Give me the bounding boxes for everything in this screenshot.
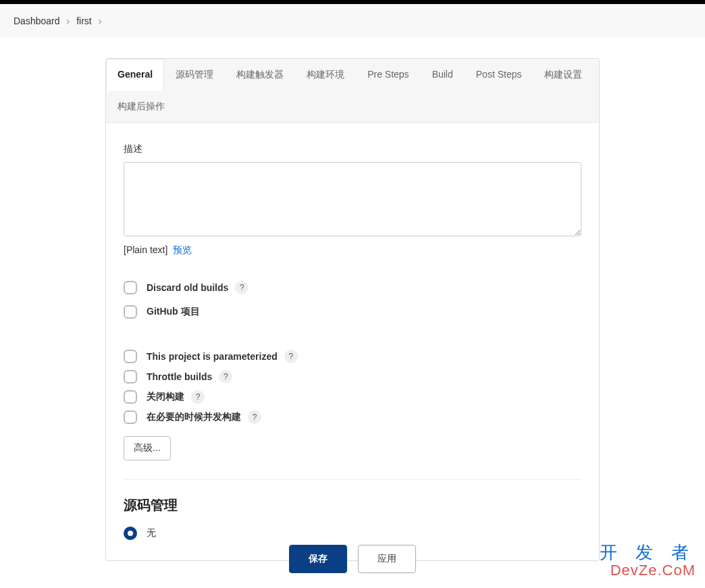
- checkbox-label: 在必要的时候并发构建: [147, 411, 241, 423]
- checkbox-label: Throttle builds: [147, 371, 212, 382]
- option-github-project: GitHub 项目: [124, 305, 581, 319]
- tab-build-settings[interactable]: 构建设置: [533, 59, 594, 91]
- checkbox-label: GitHub 项目: [147, 306, 200, 318]
- checkbox-github-project[interactable]: [124, 305, 137, 319]
- section-divider: [124, 479, 581, 480]
- radio-label: 无: [147, 527, 156, 539]
- chevron-right-icon: ›: [99, 16, 102, 26]
- checkbox-concurrent-build[interactable]: [124, 410, 137, 424]
- breadcrumb-item-first[interactable]: first: [74, 16, 95, 26]
- chevron-right-icon: ›: [67, 16, 70, 26]
- checkbox-label: 关闭构建: [147, 391, 184, 403]
- tab-build-triggers[interactable]: 构建触发器: [225, 59, 295, 91]
- checkbox-parameterized[interactable]: [124, 350, 137, 363]
- preview-link[interactable]: 预览: [173, 244, 192, 255]
- tab-build-environment[interactable]: 构建环境: [295, 59, 356, 91]
- tab-general[interactable]: General: [106, 59, 164, 91]
- tab-build[interactable]: Build: [421, 59, 465, 91]
- checkbox-label: This project is parameterized: [147, 351, 278, 362]
- help-icon[interactable]: ?: [191, 390, 205, 404]
- radio-scm-none[interactable]: [124, 527, 137, 540]
- help-icon[interactable]: ?: [284, 350, 298, 363]
- checkbox-disable-build[interactable]: [124, 390, 137, 404]
- scm-section-title: 源码管理: [124, 496, 581, 514]
- breadcrumb: Dashboard › first ›: [0, 4, 705, 38]
- config-tabs: General 源码管理 构建触发器 构建环境 Pre Steps Build …: [106, 59, 599, 123]
- apply-button[interactable]: 应用: [358, 545, 416, 573]
- description-textarea[interactable]: [124, 162, 581, 236]
- help-icon[interactable]: ?: [219, 370, 232, 383]
- checkbox-throttle-builds[interactable]: [124, 370, 137, 383]
- tab-post-build-actions[interactable]: 构建后操作: [106, 90, 176, 123]
- option-disable-build: 关闭构建 ?: [124, 390, 581, 404]
- scm-option-none: 无: [124, 527, 581, 540]
- format-label: [Plain text]: [124, 244, 167, 255]
- option-concurrent-build: 在必要的时候并发构建 ?: [124, 410, 581, 424]
- option-discard-old-builds: Discard old builds ?: [124, 281, 581, 294]
- save-button[interactable]: 保存: [289, 545, 347, 573]
- breadcrumb-item-dashboard[interactable]: Dashboard: [11, 16, 63, 26]
- footer-actions: 保存 应用: [289, 545, 416, 573]
- description-label: 描述: [124, 143, 581, 155]
- job-config-panel: General 源码管理 构建触发器 构建环境 Pre Steps Build …: [105, 58, 600, 561]
- help-icon[interactable]: ?: [235, 281, 249, 294]
- checkbox-discard-old-builds[interactable]: [124, 281, 137, 294]
- checkbox-label: Discard old builds: [147, 282, 228, 293]
- advanced-button[interactable]: 高级...: [124, 436, 171, 460]
- option-parameterized: This project is parameterized ?: [124, 350, 581, 363]
- tab-post-steps[interactable]: Post Steps: [465, 59, 533, 91]
- tab-pre-steps[interactable]: Pre Steps: [356, 59, 420, 91]
- option-throttle-builds: Throttle builds ?: [124, 370, 581, 383]
- help-icon[interactable]: ?: [248, 410, 261, 424]
- tab-scm[interactable]: 源码管理: [164, 59, 225, 91]
